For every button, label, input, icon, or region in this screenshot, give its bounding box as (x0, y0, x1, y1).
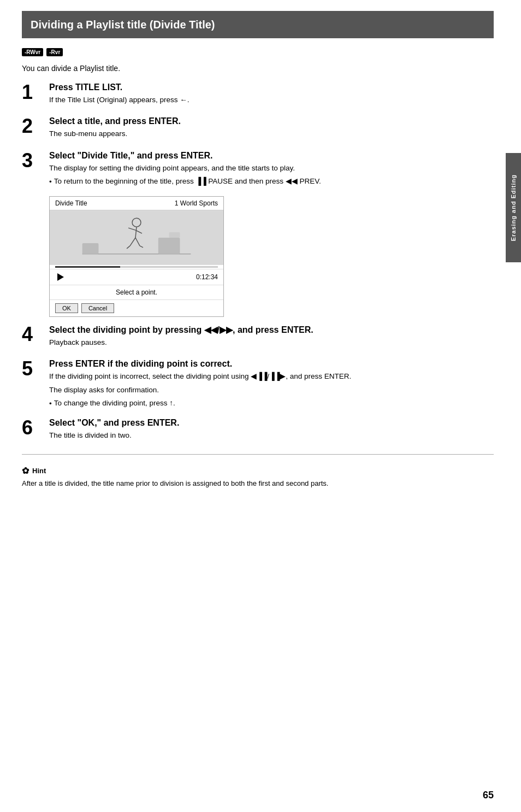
step-1-content: Press TITLE LIST. If the Title List (Ori… (49, 83, 494, 108)
step-1: 1 Press TITLE LIST. If the Title List (O… (22, 83, 494, 108)
step-5-number: 5 (22, 359, 49, 379)
badge-rvr: -Rvr (46, 48, 63, 56)
step-2-number: 2 (22, 116, 49, 136)
diagram-progress-bar (55, 266, 218, 268)
step-5-content: Press ENTER if the dividing point is cor… (49, 359, 494, 409)
intro-text: You can divide a Playlist title. (22, 64, 494, 73)
diagram-title-value: 1 World Sports (175, 199, 218, 207)
hint-icon: ✿ (22, 466, 29, 476)
badge-rwvr: -RWvr (22, 48, 43, 56)
diagram-header: Divide Title 1 World Sports (50, 197, 223, 210)
diagram-ok-button[interactable]: OK (55, 303, 78, 313)
page-number: 65 (483, 790, 494, 801)
step-5-body: If the dividing point is incorrect, sele… (49, 371, 494, 409)
step-3-title: Select "Divide Title," and press ENTER. (49, 151, 494, 161)
step-3-number: 3 (22, 151, 49, 170)
diagram-box: Divide Title 1 World Sports (49, 196, 224, 317)
diagram-time: 0:12:34 (196, 273, 218, 281)
hint-title: ✿ Hint (22, 466, 494, 476)
diagram-video-area (50, 210, 223, 265)
page-title: Dividing a Playlist title (Divide Title) (31, 17, 485, 32)
diagram-title-label: Divide Title (55, 199, 87, 207)
step-1-number: 1 (22, 83, 49, 102)
svg-rect-12 (169, 232, 180, 238)
step-4-body: Playback pauses. (49, 337, 494, 348)
hint-section: ✿ Hint After a title is divided, the tit… (22, 466, 494, 489)
step-4-title: Select the dividing point by pressing ◀◀… (49, 325, 494, 335)
step-1-title: Press TITLE LIST. (49, 83, 494, 92)
step-4: 4 Select the dividing point by pressing … (22, 325, 494, 350)
hint-text: After a title is divided, the title name… (22, 478, 494, 489)
diagram-select-text: Select a point. (50, 285, 223, 299)
step-5-bullet-1: • To change the dividing point, press ↑. (49, 398, 494, 409)
sidebar-tab-label: Erasing and Editing (510, 174, 517, 241)
step-6: 6 Select "OK," and press ENTER. The titl… (22, 418, 494, 443)
step-3-bullet-1: • To return to the beginning of the titl… (49, 176, 494, 187)
step-2: 2 Select a title, and press ENTER. The s… (22, 116, 494, 142)
step-1-body: If the Title List (Original) appears, pr… (49, 95, 494, 105)
step-3-content: Select "Divide Title," and press ENTER. … (49, 151, 494, 188)
hint-label: Hint (32, 467, 46, 475)
play-triangle-icon (57, 273, 64, 281)
step-2-content: Select a title, and press ENTER. The sub… (49, 116, 494, 142)
main-content: Dividing a Playlist title (Divide Title)… (22, 0, 494, 489)
step-6-number: 6 (22, 418, 49, 438)
svg-rect-11 (158, 238, 180, 254)
svg-rect-10 (82, 243, 99, 254)
diagram-play-button[interactable] (55, 272, 66, 283)
step-4-content: Select the dividing point by pressing ◀◀… (49, 325, 494, 350)
svg-rect-0 (50, 210, 223, 264)
diagram-buttons-row: OK Cancel (50, 299, 223, 316)
step-3: 3 Select "Divide Title," and press ENTER… (22, 151, 494, 188)
step-6-title: Select "OK," and press ENTER. (49, 418, 494, 428)
step-4-number: 4 (22, 325, 49, 344)
badges-row: -RWvr -Rvr (22, 48, 494, 56)
diagram-video-svg (50, 210, 223, 265)
step-2-body: The sub-menu appears. (49, 128, 494, 139)
step-5-title: Press ENTER if the dividing point is cor… (49, 359, 494, 369)
step-6-content: Select "OK," and press ENTER. The title … (49, 418, 494, 443)
step-6-body: The title is divided in two. (49, 430, 494, 441)
diagram-controls-row: 0:12:34 (50, 269, 223, 285)
diagram-cancel-button[interactable]: Cancel (81, 303, 114, 313)
title-box: Dividing a Playlist title (Divide Title) (22, 11, 494, 38)
step-5: 5 Press ENTER if the dividing point is c… (22, 359, 494, 409)
section-divider (22, 454, 494, 455)
sidebar-tab: Erasing and Editing (506, 153, 521, 262)
step-2-title: Select a title, and press ENTER. (49, 116, 494, 126)
diagram-progress-fill (55, 266, 120, 268)
page-container: Erasing and Editing Dividing a Playlist … (0, 0, 521, 812)
step-3-body: The display for setting the dividing poi… (49, 163, 494, 188)
